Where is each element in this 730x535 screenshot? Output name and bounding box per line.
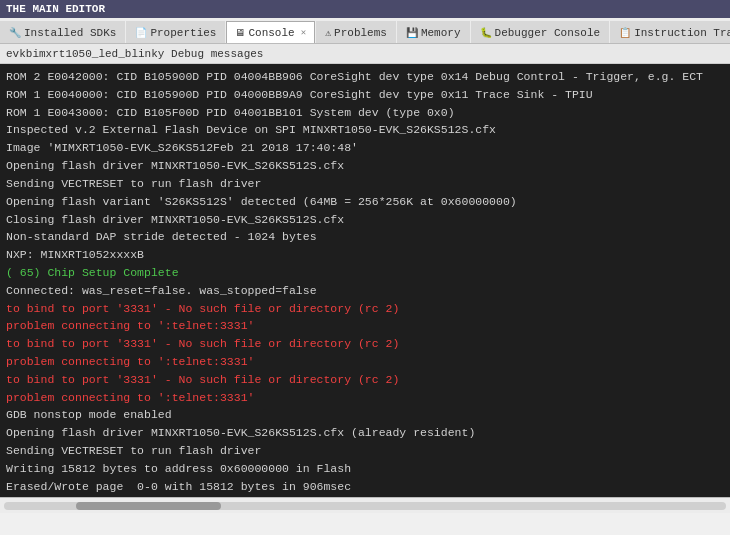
scrollbar-thumb[interactable]	[76, 502, 220, 510]
tab-icon-instruction-trace: 📋	[619, 27, 631, 39]
tab-close-console[interactable]: ✕	[301, 27, 306, 38]
console-area[interactable]: ROM 2 E0042000: CID B105900D PID 04004BB…	[0, 64, 730, 497]
tab-label-properties: Properties	[150, 27, 216, 39]
console-line-1: ROM 1 E0040000: CID B105900D PID 04000BB…	[6, 86, 724, 104]
console-line-17: to bind to port '3331' - No such file or…	[6, 371, 724, 389]
tab-icon-problems: ⚠	[325, 27, 331, 39]
console-line-20: Opening flash driver MINXRT1050-EVK_S26K…	[6, 424, 724, 442]
bottom-bar	[0, 497, 730, 513]
console-line-10: NXP: MINXRT1052xxxxB	[6, 246, 724, 264]
console-line-8: Closing flash driver MINXRT1050-EVK_S26K…	[6, 211, 724, 229]
tab-console[interactable]: 🖥Console✕	[226, 21, 315, 43]
console-line-13: to bind to port '3331' - No such file or…	[6, 300, 724, 318]
title-label: THE MAIN EDITOR	[6, 3, 105, 15]
tab-icon-properties: 📄	[135, 27, 147, 39]
console-line-14: problem connecting to ':telnet:3331'	[6, 317, 724, 335]
tab-icon-memory: 💾	[406, 27, 418, 39]
console-line-11: ( 65) Chip Setup Complete	[6, 264, 724, 282]
tab-installed-sdks[interactable]: 🔧Installed SDKs	[0, 21, 125, 43]
tab-memory[interactable]: 💾Memory	[397, 21, 470, 43]
tab-label-console: Console	[248, 27, 294, 39]
console-line-16: problem connecting to ':telnet:3331'	[6, 353, 724, 371]
console-line-12: Connected: was_reset=false. was_stopped=…	[6, 282, 724, 300]
console-line-22: Writing 15812 bytes to address 0x6000000…	[6, 460, 724, 478]
tab-icon-console: 🖥	[235, 27, 245, 39]
console-line-21: Sending VECTRESET to run flash driver	[6, 442, 724, 460]
tab-label-problems: Problems	[334, 27, 387, 39]
console-line-0: ROM 2 E0042000: CID B105900D PID 04004BB…	[6, 68, 724, 86]
console-line-3: Inspected v.2 External Flash Device on S…	[6, 121, 724, 139]
console-line-18: problem connecting to ':telnet:3331'	[6, 389, 724, 407]
tab-instruction-trace[interactable]: 📋Instruction Trace	[610, 21, 730, 43]
console-line-6: Sending VECTRESET to run flash driver	[6, 175, 724, 193]
tab-problems[interactable]: ⚠Problems	[316, 21, 396, 43]
console-line-5: Opening flash driver MINXRT1050-EVK_S26K…	[6, 157, 724, 175]
console-line-2: ROM 1 E0043000: CID B105F00D PID 04001BB…	[6, 104, 724, 122]
debug-label: evkbimxrt1050_led_blinky Debug messages	[6, 48, 263, 60]
console-line-7: Opening flash variant 'S26KS512S' detect…	[6, 193, 724, 211]
console-line-9: Non-standard DAP stride detected - 1024 …	[6, 228, 724, 246]
tab-icon-installed-sdks: 🔧	[9, 27, 21, 39]
tab-icon-debugger-console: 🐛	[480, 27, 492, 39]
tab-label-debugger-console: Debugger Console	[495, 27, 601, 39]
tab-bar: 🔧Installed SDKs📄Properties🖥Console✕⚠Prob…	[0, 18, 730, 44]
title-bar: THE MAIN EDITOR	[0, 0, 730, 18]
console-line-15: to bind to port '3331' - No such file or…	[6, 335, 724, 353]
tab-debugger-console[interactable]: 🐛Debugger Console	[471, 21, 610, 43]
tab-label-memory: Memory	[421, 27, 461, 39]
tab-label-installed-sdks: Installed SDKs	[24, 27, 116, 39]
horizontal-scrollbar[interactable]	[4, 502, 726, 510]
tab-label-instruction-trace: Instruction Trace	[634, 27, 730, 39]
tab-properties[interactable]: 📄Properties	[126, 21, 225, 43]
console-line-23: Erased/Wrote page 0-0 with 15812 bytes i…	[6, 478, 724, 496]
label-bar: evkbimxrt1050_led_blinky Debug messages	[0, 44, 730, 64]
console-line-19: GDB nonstop mode enabled	[6, 406, 724, 424]
console-line-4: Image 'MIMXRT1050-EVK_S26KS512Feb 21 201…	[6, 139, 724, 157]
